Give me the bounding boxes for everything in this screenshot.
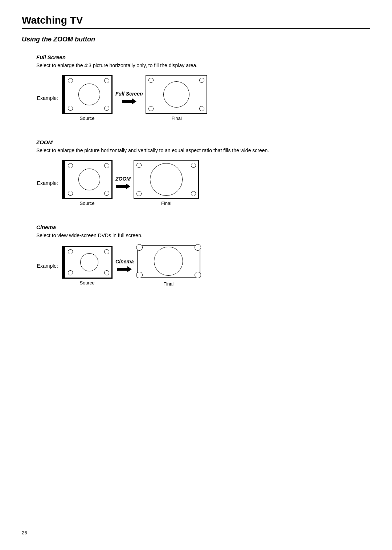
zoom-source-diagram: Source xyxy=(62,160,113,206)
zoom-desc: Select to enlarge the picture horizontal… xyxy=(36,147,283,153)
corner-tl xyxy=(68,78,73,83)
corner-bl xyxy=(68,270,73,275)
corner-bl xyxy=(68,106,73,111)
cinema-final-diagram: Final xyxy=(137,245,200,287)
zoom-arrow: ZOOM xyxy=(115,176,131,190)
zoom-source-corners xyxy=(63,161,111,198)
zoom-final-diagram: Final xyxy=(134,160,199,206)
corner-tl-ci xyxy=(136,244,143,251)
zoom-final-corners xyxy=(134,161,198,198)
full-screen-source-screen xyxy=(62,75,113,114)
full-screen-final-corners xyxy=(146,76,207,113)
zoom-label: ZOOM xyxy=(36,139,370,145)
cinema-source-diagram: Source xyxy=(62,246,113,286)
full-screen-example-label: Example: xyxy=(36,95,58,101)
full-screen-final-screen xyxy=(146,75,207,114)
full-screen-desc: Select to enlarge the 4:3 picture horizo… xyxy=(36,62,283,68)
corner-tr-ci xyxy=(195,244,201,251)
arrow-icon xyxy=(116,182,130,190)
full-screen-section: Full Screen Select to enlarge the 4:3 pi… xyxy=(36,54,370,121)
corner-bl-f xyxy=(136,191,142,196)
title-rule xyxy=(22,28,370,29)
cinema-example-label: Example: xyxy=(36,263,58,269)
zoom-source-caption: Source xyxy=(79,201,94,206)
zoom-example-row: Example: Source ZOOM xyxy=(36,160,370,206)
cinema-desc: Select to view wide-screen DVDs in full … xyxy=(36,232,283,238)
cinema-final-screen xyxy=(137,245,200,278)
corner-br xyxy=(104,191,109,196)
full-screen-arrow-label: Full Screen xyxy=(115,91,143,97)
page-number: 26 xyxy=(22,530,27,535)
cinema-final-corners xyxy=(138,246,200,277)
corner-tl xyxy=(68,249,73,254)
full-screen-source-caption: Source xyxy=(79,116,94,121)
cinema-source-corners xyxy=(63,247,111,278)
arrow-icon xyxy=(122,97,136,105)
zoom-source-screen xyxy=(62,160,113,199)
cinema-section: Cinema Select to view wide-screen DVDs i… xyxy=(36,224,370,287)
full-screen-arrow: Full Screen xyxy=(115,91,143,105)
svg-marker-0 xyxy=(122,98,136,104)
zoom-final-screen xyxy=(134,160,199,199)
corner-tl-f xyxy=(136,163,142,168)
corner-bl xyxy=(68,191,73,196)
full-screen-label: Full Screen xyxy=(36,54,370,60)
full-screen-example-row: Example: Source Full Screen xyxy=(36,75,370,121)
zoom-final-caption: Final xyxy=(161,201,171,206)
section-subtitle: Using the ZOOM button xyxy=(22,36,370,43)
zoom-section: ZOOM Select to enlarge the picture horiz… xyxy=(36,139,370,206)
corner-tr xyxy=(104,249,109,254)
corner-br-f xyxy=(199,106,204,111)
zoom-arrow-label: ZOOM xyxy=(115,176,131,182)
page-title: Watching TV xyxy=(22,15,370,26)
svg-marker-2 xyxy=(117,266,132,272)
corner-tr-f xyxy=(199,78,204,83)
corner-tr-f xyxy=(191,163,196,168)
full-screen-source-corners xyxy=(63,76,111,113)
cinema-source-caption: Source xyxy=(79,280,94,286)
corner-tl xyxy=(68,163,73,168)
cinema-arrow: Cinema xyxy=(115,259,134,273)
cinema-arrow-label: Cinema xyxy=(115,259,134,264)
full-screen-final-diagram: Final xyxy=(146,75,207,121)
full-screen-source-diagram: Source xyxy=(62,75,113,121)
cinema-example-row: Example: Source Cinema xyxy=(36,245,370,287)
cinema-final-caption: Final xyxy=(163,281,173,287)
corner-tr xyxy=(104,163,109,168)
corner-bl-f xyxy=(148,106,154,111)
corner-tr xyxy=(104,78,109,83)
svg-marker-1 xyxy=(116,183,130,189)
zoom-example-label: Example: xyxy=(36,180,58,186)
full-screen-final-caption: Final xyxy=(171,116,181,121)
corner-br xyxy=(104,106,109,111)
corner-tl-f xyxy=(148,78,154,83)
corner-br xyxy=(104,270,109,275)
corner-br-f xyxy=(191,191,196,196)
corner-bl-ci xyxy=(136,272,143,278)
cinema-source-screen xyxy=(62,246,113,279)
cinema-label: Cinema xyxy=(36,224,370,230)
corner-br-ci xyxy=(195,272,201,278)
arrow-icon xyxy=(117,265,132,273)
